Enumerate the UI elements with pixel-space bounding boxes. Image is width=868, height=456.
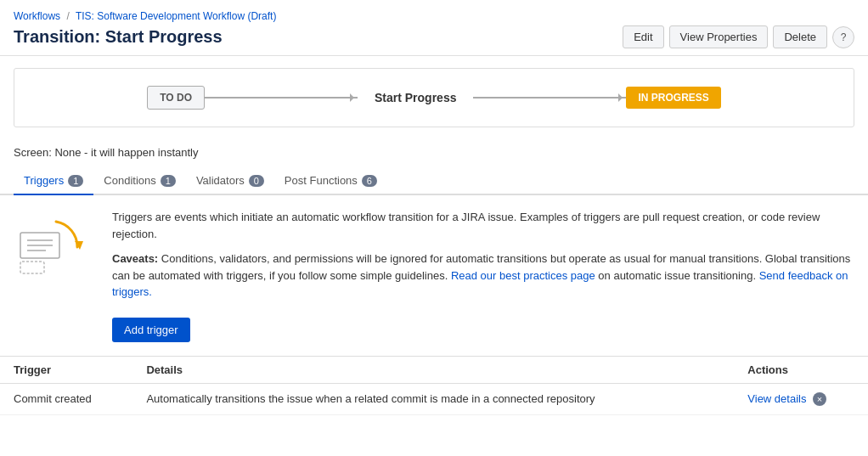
remove-trigger-icon[interactable]: × bbox=[813, 392, 826, 406]
col-trigger: Trigger bbox=[0, 356, 132, 383]
breadcrumb: Workflows / TIS: Software Development Wo… bbox=[14, 10, 854, 22]
caveats-paragraph: Caveats: Conditions, validators, and per… bbox=[112, 251, 854, 301]
workflow-name-link[interactable]: TIS: Software Development Workflow (Draf… bbox=[76, 10, 277, 22]
trigger-details-cell: Automatically transitions the issue when… bbox=[132, 383, 734, 414]
tabs-bar: Triggers 1 Conditions 1 Validators 0 Pos… bbox=[0, 167, 868, 195]
workflow-line-right bbox=[473, 97, 626, 99]
svg-rect-5 bbox=[20, 262, 44, 273]
content-area: Triggers are events which initiate an au… bbox=[0, 195, 868, 356]
screen-info: Screen: None - it will happen instantly bbox=[0, 139, 868, 167]
delete-button[interactable]: Delete bbox=[773, 25, 827, 48]
trigger-name-cell: Commit created bbox=[0, 383, 132, 414]
title-row: Transition: Start Progress Edit View Pro… bbox=[14, 25, 854, 48]
trigger-description: Triggers are events which initiate an au… bbox=[112, 209, 854, 242]
workflow-to-node: IN PROGRESS bbox=[626, 87, 720, 109]
edit-button[interactable]: Edit bbox=[623, 25, 663, 48]
workflow-from-node: TO DO bbox=[147, 86, 205, 110]
col-actions: Actions bbox=[734, 356, 868, 383]
trigger-text-area: Triggers are events which initiate an au… bbox=[112, 209, 854, 342]
tab-post-functions-badge: 6 bbox=[362, 175, 377, 187]
tab-conditions-badge: 1 bbox=[161, 175, 176, 187]
add-trigger-button[interactable]: Add trigger bbox=[112, 318, 190, 342]
table-header-row: Trigger Details Actions bbox=[0, 356, 868, 383]
page-header: Workflows / TIS: Software Development Wo… bbox=[0, 0, 868, 56]
workflow-diagram: TO DO Start Progress IN PROGRESS bbox=[14, 68, 854, 127]
tab-post-functions[interactable]: Post Functions 6 bbox=[274, 167, 387, 195]
best-practices-suffix: on automatic issue transitioning. bbox=[598, 269, 756, 282]
workflow-transition-label: Start Progress bbox=[358, 91, 473, 104]
workflow-line-left bbox=[205, 97, 358, 99]
table-row: Commit created Automatically transitions… bbox=[0, 383, 868, 414]
header-buttons: Edit View Properties Delete ? bbox=[623, 25, 854, 48]
best-practices-link[interactable]: Read our best practices page bbox=[451, 269, 595, 282]
tab-conditions-label: Conditions bbox=[104, 174, 155, 187]
tab-validators[interactable]: Validators 0 bbox=[186, 167, 274, 195]
tab-triggers-badge: 1 bbox=[68, 175, 83, 187]
tab-validators-label: Validators bbox=[196, 174, 245, 187]
tab-post-functions-label: Post Functions bbox=[285, 174, 358, 187]
tab-validators-badge: 0 bbox=[249, 175, 264, 187]
tab-triggers-label: Triggers bbox=[24, 174, 64, 187]
col-details: Details bbox=[132, 356, 734, 383]
page-title: Transition: Start Progress bbox=[14, 27, 223, 47]
view-details-link[interactable]: View details bbox=[747, 392, 806, 405]
trigger-table: Trigger Details Actions Commit created A… bbox=[0, 356, 868, 415]
breadcrumb-separator: / bbox=[66, 10, 69, 22]
trigger-actions-cell: View details × bbox=[734, 383, 868, 414]
tab-triggers[interactable]: Triggers 1 bbox=[14, 167, 93, 195]
workflows-link[interactable]: Workflows bbox=[14, 10, 60, 22]
view-properties-button[interactable]: View Properties bbox=[669, 25, 769, 48]
tab-conditions[interactable]: Conditions 1 bbox=[93, 167, 186, 195]
help-button[interactable]: ? bbox=[832, 26, 854, 48]
caveat-heading: Caveats: bbox=[112, 252, 158, 265]
trigger-icon bbox=[14, 209, 99, 342]
